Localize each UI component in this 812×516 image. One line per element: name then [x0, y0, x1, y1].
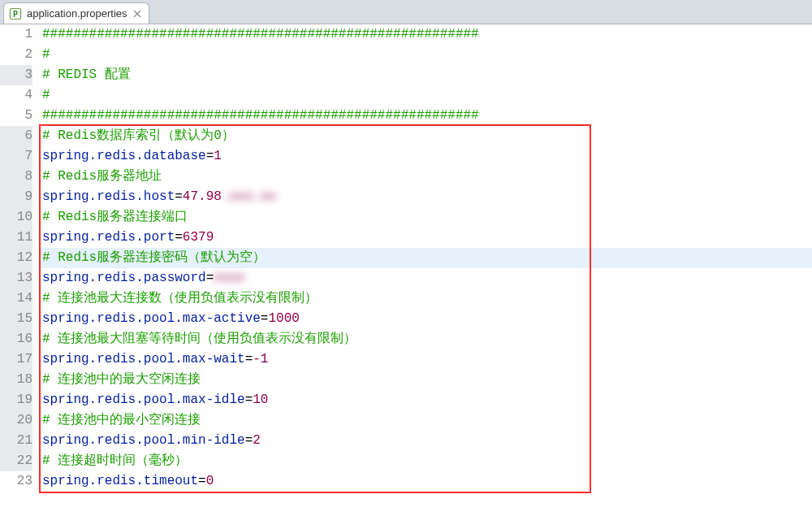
code-line[interactable]: spring.redis.pool.max-active=1000 — [39, 309, 812, 329]
line-number: 4 — [0, 85, 32, 106]
line-number: 9 — [0, 187, 32, 207]
line-number: 11 — [0, 228, 32, 248]
code-line[interactable]: # 连接超时时间（毫秒） — [39, 451, 812, 471]
code-line[interactable]: # — [39, 45, 812, 65]
code-token: 6379 — [183, 230, 214, 245]
line-number: 17 — [0, 349, 32, 370]
line-number: 7 — [0, 146, 32, 167]
code-line[interactable]: spring.redis.pool.min-idle=2 — [39, 431, 812, 451]
code-token: spring.redis.password — [42, 271, 206, 285]
code-line[interactable]: spring.redis.pool.max-wait=-1 — [39, 349, 812, 370]
code-token: = — [206, 271, 214, 285]
line-number: 3 — [0, 65, 32, 85]
code-line[interactable]: ########################################… — [39, 106, 812, 126]
line-number: 21 — [0, 431, 32, 451]
code-line[interactable]: # Redis服务器连接端口 — [39, 207, 812, 228]
code-line[interactable]: # 连接池中的最小空闲连接 — [39, 410, 812, 431]
code-line[interactable]: spring.redis.timeout=0 — [39, 471, 812, 492]
code-token: 10 — [253, 392, 268, 407]
code-token: ########################################… — [42, 108, 479, 123]
line-number: 8 — [0, 167, 32, 187]
tab-filename: application.properties — [27, 7, 127, 20]
code-token: 0 — [206, 474, 214, 488]
code-token: = — [245, 392, 253, 407]
code-line[interactable]: # Redis服务器地址 — [39, 167, 812, 187]
line-number: 1 — [0, 24, 32, 45]
code-token: # Redis数据库索引（默认为0） — [42, 128, 235, 143]
code-editor[interactable]: 1234567891011121314151617181920212223 ##… — [0, 24, 812, 516]
code-token: spring.redis.pool.max-idle — [42, 392, 245, 407]
code-token: xxxx — [214, 268, 244, 288]
code-token: spring.redis.pool.min-idle — [42, 433, 245, 448]
code-line[interactable]: # 连接池最大阻塞等待时间（使用负值表示没有限制） — [39, 329, 812, 349]
code-token: spring.redis.database — [42, 149, 206, 163]
code-line[interactable]: spring.redis.database=1 — [39, 146, 812, 167]
code-area[interactable]: ########################################… — [39, 24, 812, 516]
tab-bar: P application.properties — [0, 0, 812, 24]
code-line[interactable]: spring.redis.port=6379 — [39, 228, 812, 248]
code-token: 47.98 — [183, 189, 222, 204]
line-number: 20 — [0, 410, 32, 431]
code-token: # — [42, 88, 50, 102]
line-number: 2 — [0, 45, 32, 65]
code-line[interactable]: # 连接池最大连接数（使用负值表示没有限制） — [39, 288, 812, 309]
code-token: # 连接池最大阻塞等待时间（使用负值表示没有限制） — [42, 332, 356, 346]
code-token: # Redis服务器地址 — [42, 169, 162, 184]
code-token: spring.redis.pool.max-active — [42, 311, 261, 326]
code-token: = — [245, 352, 253, 366]
code-token: # 连接池中的最小空闲连接 — [42, 413, 201, 427]
code-line[interactable]: # REDIS 配置 — [39, 65, 812, 85]
code-line[interactable]: # Redis服务器连接密码（默认为空） — [39, 248, 812, 268]
editor-tab[interactable]: P application.properties — [3, 2, 149, 24]
code-token: # 连接池最大连接数（使用负值表示没有限制） — [42, 291, 317, 306]
code-token: = — [245, 433, 253, 448]
line-number: 15 — [0, 309, 32, 329]
line-number: 16 — [0, 329, 32, 349]
code-token: = — [175, 189, 183, 204]
code-line[interactable]: spring.redis.pool.max-idle=10 — [39, 390, 812, 410]
code-token: spring.redis.host — [42, 189, 175, 204]
code-token: # 连接池中的最大空闲连接 — [42, 372, 201, 387]
code-token: = — [206, 149, 214, 163]
code-line[interactable]: # — [39, 85, 812, 106]
code-token: spring.redis.pool.max-wait — [42, 352, 245, 366]
close-icon[interactable] — [132, 9, 142, 19]
code-line[interactable]: spring.redis.host=47.98.xxx.xx — [39, 187, 812, 207]
code-token: 2 — [253, 433, 261, 448]
line-number: 10 — [0, 207, 32, 228]
code-line[interactable]: # Redis数据库索引（默认为0） — [39, 126, 812, 146]
code-token: 1000 — [268, 311, 299, 326]
line-number: 12 — [0, 248, 32, 268]
code-token: 1 — [214, 149, 222, 163]
code-token: # 连接超时时间（毫秒） — [42, 453, 188, 468]
code-token: spring.redis.timeout — [42, 474, 198, 488]
code-token: = — [198, 474, 206, 488]
line-number: 5 — [0, 106, 32, 126]
line-number: 23 — [0, 471, 32, 492]
code-token: spring.redis.port — [42, 230, 175, 245]
line-number: 18 — [0, 370, 32, 390]
line-number: 14 — [0, 288, 32, 309]
code-token: ########################################… — [42, 27, 479, 41]
code-token: # Redis服务器连接端口 — [42, 210, 188, 224]
code-token: .xxx.xx — [222, 187, 276, 207]
code-token: -1 — [253, 352, 268, 366]
code-token: # — [42, 47, 50, 62]
line-number: 13 — [0, 268, 32, 288]
code-token: = — [261, 311, 269, 326]
line-number: 22 — [0, 451, 32, 471]
line-number: 19 — [0, 390, 32, 410]
svg-text:P: P — [13, 10, 18, 19]
code-token: # Redis服务器连接密码（默认为空） — [42, 250, 266, 265]
code-line[interactable]: spring.redis.password=xxxx — [39, 268, 812, 288]
code-line[interactable]: ########################################… — [39, 24, 812, 45]
line-number: 6 — [0, 126, 32, 146]
code-token: = — [175, 230, 183, 245]
code-line[interactable]: # 连接池中的最大空闲连接 — [39, 370, 812, 390]
properties-file-icon: P — [9, 7, 22, 20]
line-number-gutter: 1234567891011121314151617181920212223 — [0, 24, 39, 516]
code-token: # REDIS 配置 — [42, 67, 131, 82]
